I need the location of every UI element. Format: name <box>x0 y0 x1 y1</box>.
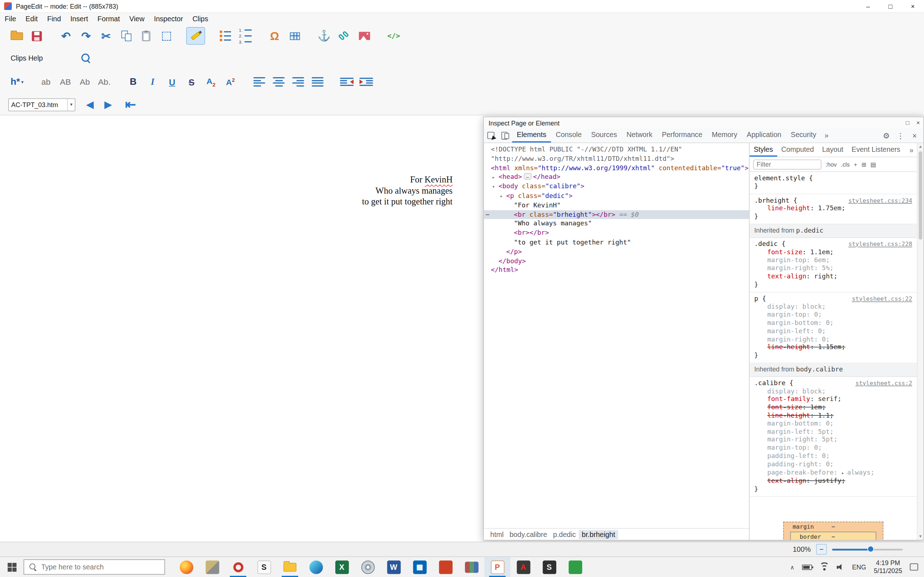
stylesheet-link[interactable]: stylesheet.css:22 <box>848 295 912 303</box>
taskbar-sigil-dark-icon[interactable]: S <box>536 557 562 577</box>
case-button-3[interactable]: Ab. <box>95 73 113 90</box>
numbered-list-button[interactable]: 1. 2. 3. <box>236 27 254 45</box>
css-property[interactable]: margin-top: 0; <box>754 444 913 452</box>
close-button[interactable]: × <box>901 0 924 12</box>
css-property[interactable]: margin-bottom: 0; <box>754 420 913 428</box>
document-text[interactable]: For KevinH Who always manages to get it … <box>0 174 452 207</box>
underline-button[interactable]: U <box>163 73 181 90</box>
next-file-button[interactable]: ▶ <box>104 100 112 110</box>
highlight-button[interactable] <box>186 27 205 45</box>
toggle-hover-button[interactable]: :hov <box>825 161 837 168</box>
file-select[interactable]: AC-TPT_03.htm ▾ <box>8 98 76 111</box>
italic-button[interactable]: I <box>144 73 162 90</box>
taskbar-green-app-icon[interactable] <box>562 557 588 577</box>
language-indicator[interactable]: ENG <box>852 563 866 571</box>
css-property[interactable]: display: block; <box>754 387 913 396</box>
styles-tab-event-listeners[interactable]: Event Listeners <box>848 143 905 157</box>
styles-more-tabs-button[interactable]: » <box>909 146 917 154</box>
expand-longhand-icon[interactable]: ▸ <box>842 470 847 475</box>
css-property[interactable]: font-size: 1.1em; <box>754 248 913 256</box>
taskbar-opera-icon[interactable] <box>225 557 251 577</box>
scroll-down-icon[interactable]: ▼ <box>918 533 923 540</box>
collapse-arrow-icon[interactable]: ▾ <box>492 182 495 192</box>
superscript-button[interactable]: A2 <box>221 73 239 90</box>
dom-tree-line[interactable]: "http://www.w3.org/TR/xhtml11/DTD/xhtml1… <box>484 154 749 163</box>
css-property[interactable]: display: block; <box>754 303 913 311</box>
taskbar-browser-icon[interactable] <box>303 557 329 577</box>
tab-memory[interactable]: Memory <box>707 128 742 142</box>
border-value[interactable]: − <box>832 533 835 540</box>
dedication-line-1[interactable]: For KevinH <box>0 174 452 185</box>
align-right-button[interactable] <box>289 73 307 90</box>
case-button-1[interactable]: AB <box>57 73 74 90</box>
breadcrumb-item[interactable]: body.calibre <box>507 530 551 539</box>
dom-tree-line[interactable]: "to get it put together right" <box>484 238 749 247</box>
stylesheet-link[interactable]: stylesheet.css:2 <box>852 379 912 387</box>
styles-filter-input[interactable] <box>753 160 822 169</box>
taskbar-red-app-icon[interactable] <box>432 557 459 577</box>
menu-inspector[interactable]: Inspector <box>149 13 188 25</box>
css-property[interactable]: margin-top: 0; <box>754 311 913 319</box>
subscript-button[interactable]: A2 <box>202 73 220 90</box>
styles-tab-layout[interactable]: Layout <box>818 143 848 157</box>
breadcrumb-item[interactable]: br.brheight <box>579 530 618 539</box>
taskbar-file-explorer-icon[interactable] <box>277 557 303 577</box>
menu-find[interactable]: Find <box>43 13 66 25</box>
dom-tree-line[interactable]: ▾<body class="calibre"> <box>484 182 749 192</box>
dom-tree-line[interactable]: <html xmlns="http://www.w3.org/1999/xhtm… <box>484 163 749 173</box>
menu-insert[interactable]: Insert <box>66 13 93 25</box>
copy-button[interactable] <box>116 27 135 45</box>
css-property[interactable]: padding-right: 0; <box>754 460 913 469</box>
inspector-maximize-button[interactable]: □ <box>906 119 909 126</box>
css-property[interactable]: margin-left: 5pt; <box>754 428 913 436</box>
styles-tab-computed[interactable]: Computed <box>777 143 818 157</box>
css-property[interactable]: text-align: justify; <box>754 477 913 485</box>
bold-button[interactable]: B <box>124 73 142 90</box>
stylesheet-link[interactable]: stylesheet.css:234 <box>845 197 913 205</box>
css-property[interactable]: page-break-before: ▸ always; <box>754 469 913 477</box>
node-menu-icon[interactable]: ⋯ <box>485 210 489 219</box>
zoom-slider-thumb[interactable] <box>867 546 874 552</box>
tab-sources[interactable]: Sources <box>586 128 622 142</box>
tab-elements[interactable]: Elements <box>512 128 551 142</box>
breadcrumb-item[interactable]: html <box>487 530 506 539</box>
rule-selector[interactable]: element.style <box>754 174 805 182</box>
taskbar-calculator-icon[interactable]: ▦ <box>407 557 433 577</box>
misspelled-word[interactable]: KevinH <box>425 175 452 184</box>
css-property[interactable]: margin-right: 0; <box>754 335 913 344</box>
go-back-button[interactable]: ⇤ <box>125 98 136 111</box>
devtools-menu-button[interactable]: ⋮ <box>894 131 907 140</box>
tab-performance[interactable]: Performance <box>657 128 707 142</box>
scrollbar-thumb[interactable] <box>919 152 922 240</box>
save-button[interactable] <box>27 27 46 45</box>
toggle-class-button[interactable]: .cls <box>841 161 850 168</box>
tab-application[interactable]: Application <box>742 128 786 142</box>
redo-button[interactable]: ↷ <box>76 27 95 45</box>
undo-button[interactable]: ↶ <box>57 27 76 45</box>
new-style-rule-button[interactable]: + <box>854 161 858 168</box>
tab-network[interactable]: Network <box>622 128 657 142</box>
tab-security[interactable]: Security <box>786 128 821 142</box>
taskbar-disc-icon[interactable] <box>355 557 381 577</box>
select-all-button[interactable] <box>157 27 175 45</box>
expand-arrow-icon[interactable]: ▸ <box>492 174 495 183</box>
action-center-icon[interactable] <box>910 563 918 571</box>
outdent-button[interactable] <box>338 73 355 90</box>
css-property[interactable]: line-height: 1.1; <box>754 411 913 420</box>
css-property[interactable]: text-align: right; <box>754 272 913 281</box>
css-property[interactable]: line-height: 1.15em; <box>754 343 913 351</box>
align-justify-button[interactable] <box>309 73 327 90</box>
css-property[interactable]: margin-bottom: 0; <box>754 319 913 327</box>
insert-image-button[interactable] <box>355 27 373 45</box>
more-tabs-button[interactable]: » <box>821 131 832 140</box>
grid-panel-icon[interactable]: ⊞ <box>861 161 867 168</box>
dom-tree-line[interactable]: </html> <box>484 266 749 275</box>
settings-button[interactable]: ⚙ <box>880 131 893 140</box>
dom-tree-line[interactable]: </body> <box>484 256 749 266</box>
stylesheet-link[interactable]: stylesheet.css:228 <box>845 240 913 248</box>
taskbar-paint-app-icon[interactable] <box>199 557 225 577</box>
insert-table-button[interactable] <box>285 27 304 45</box>
heading-button[interactable]: h*▾ <box>8 73 26 90</box>
taskbar-firefox-icon[interactable] <box>173 557 199 577</box>
dom-tree-line[interactable]: "For KevinH" <box>484 200 749 210</box>
